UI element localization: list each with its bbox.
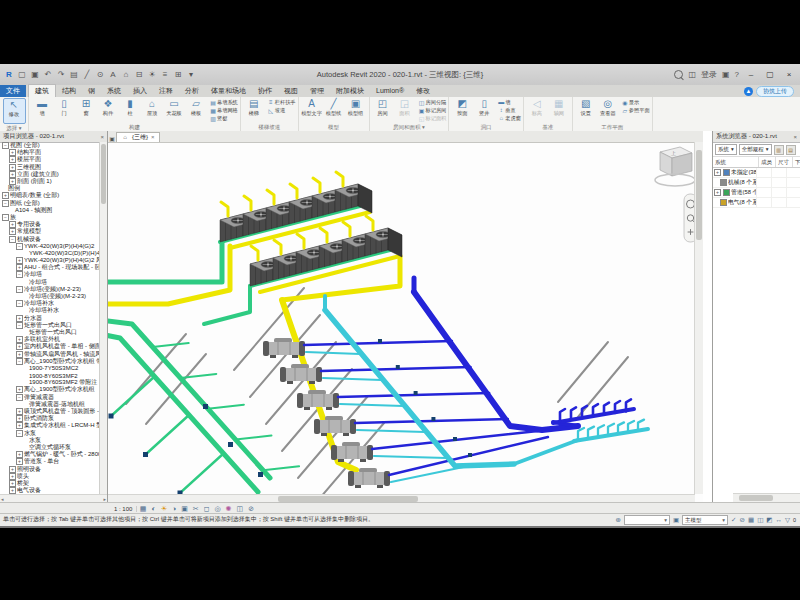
green-branch[interactable] <box>263 466 299 470</box>
tag-icon[interactable]: ⊙ <box>95 70 105 80</box>
project-browser-vscrollbar[interactable] <box>99 142 107 494</box>
crop-view-icon[interactable]: ✂ <box>190 505 201 513</box>
tree-item[interactable]: −族 <box>0 214 100 221</box>
ribbon-tab-x[interactable]: 系统 <box>101 85 127 97</box>
cart-icon[interactable]: ▣ <box>722 70 730 79</box>
ribbon-tab-x[interactable]: 建筑 <box>28 84 56 97</box>
redo-icon[interactable]: ↷ <box>56 70 66 80</box>
ribbon-button[interactable]: ▭天花板 <box>164 98 185 122</box>
tree-item[interactable]: +照明设备 <box>0 465 100 472</box>
tree-item[interactable]: −水泵 <box>0 430 100 437</box>
ribbon-button-small[interactable]: ◱标记面积 <box>418 114 447 122</box>
ribbon-tab-x[interactable]: 插入 <box>127 85 153 97</box>
ribbon-button[interactable]: ◎查看器 <box>597 98 618 122</box>
tree-expander[interactable]: + <box>9 228 16 235</box>
yellow-riser[interactable] <box>244 196 251 210</box>
cyan-branch[interactable] <box>340 404 403 406</box>
tree-item[interactable]: +管道泵 - 单台 <box>0 458 100 465</box>
temporary-view-icon[interactable]: ◫ <box>234 505 246 513</box>
yellow-riser[interactable] <box>320 228 327 242</box>
yellow-riser[interactable] <box>290 184 297 198</box>
ribbon-button[interactable]: ▦轴网 <box>548 98 569 122</box>
undo-icon[interactable]: ↶ <box>43 70 53 80</box>
column-settings-icon[interactable]: ▤ <box>786 145 796 155</box>
yellow-riser[interactable] <box>274 240 281 254</box>
tree-item[interactable]: +专用设备 <box>0 221 100 228</box>
valve[interactable] <box>453 437 457 441</box>
tree-expander[interactable]: − <box>16 358 23 365</box>
section-icon[interactable]: ⊟ <box>134 70 144 80</box>
green-branch[interactable] <box>180 374 216 378</box>
tree-item[interactable]: −冷却塔 <box>0 271 100 278</box>
tree-item[interactable]: 冷却塔补水 <box>0 307 100 314</box>
chiller-unit[interactable] <box>331 442 373 462</box>
minimize-button[interactable]: – <box>744 70 758 79</box>
cyan-manifold-stub[interactable] <box>578 428 584 439</box>
project-browser-hscrollbar[interactable]: ◂▸ <box>0 494 107 502</box>
tree-expander[interactable]: + <box>9 164 16 171</box>
ribbon-button[interactable]: ▯竖井 <box>474 98 495 122</box>
design-options-icon[interactable]: ▣ <box>673 516 679 524</box>
model-3d-view[interactable]: 上 <box>108 142 695 494</box>
green-branch[interactable] <box>145 415 189 455</box>
filter-icon[interactable]: ▽ <box>785 516 790 524</box>
tree-expander[interactable]: + <box>16 422 23 429</box>
view-scale[interactable]: 1 : 100 <box>110 506 137 512</box>
ribbon-button[interactable]: ⌂屋顶 <box>142 98 163 122</box>
restore-button[interactable]: ▢ <box>763 70 777 79</box>
system-browser-hscrollbar[interactable] <box>733 493 800 502</box>
ribbon-tab-x[interactable]: 分析 <box>179 85 205 97</box>
ribbon-tab-x[interactable]: 钢 <box>82 85 101 97</box>
temporary-hide-icon[interactable]: ◎ <box>212 505 223 513</box>
ribbon-button[interactable]: ▱楼板 <box>186 98 207 122</box>
close-icon[interactable]: × <box>100 134 104 140</box>
green-branch[interactable] <box>208 405 244 409</box>
green-main[interactable] <box>108 334 258 492</box>
user-icon[interactable]: ◫ <box>688 70 696 79</box>
pump[interactable] <box>143 452 148 457</box>
ribbon-button[interactable]: ◲面积 <box>394 98 415 122</box>
ribbon-button[interactable]: ▬墙 <box>32 98 53 122</box>
green-branch[interactable] <box>180 454 224 494</box>
close-icon[interactable]: × <box>793 134 797 140</box>
tree-expander[interactable]: + <box>2 192 9 199</box>
ribbon-button[interactable]: ╱模型线 <box>323 98 344 122</box>
pump[interactable] <box>228 442 233 447</box>
editable-only-icon[interactable]: ✓ <box>731 516 736 524</box>
discipline-dropdown[interactable]: 全部规程▾ <box>739 144 772 155</box>
ribbon-tab-x[interactable]: Lumion® <box>370 85 410 97</box>
ribbon-button[interactable]: ◩按面 <box>452 98 473 122</box>
valve[interactable] <box>396 365 400 369</box>
tree-expander[interactable]: + <box>16 451 23 458</box>
tree-expander[interactable]: − <box>16 322 23 329</box>
ribbon-tab-x[interactable]: 附加模块 <box>330 85 370 97</box>
tree-expander[interactable]: + <box>9 221 16 228</box>
detail-level-icon[interactable]: ▦ <box>137 505 149 513</box>
sun-path-icon[interactable]: ☀ <box>158 505 169 513</box>
drag-on-selection-icon[interactable]: ↔ <box>775 516 782 524</box>
valve[interactable] <box>414 391 418 395</box>
signin-label[interactable]: 登录 <box>701 69 717 80</box>
tree-expander[interactable]: + <box>9 473 16 480</box>
view-tab-active[interactable]: ⌂ {三维} × <box>116 132 160 142</box>
rendering-icon[interactable]: ▣ <box>179 505 191 513</box>
constraints-icon[interactable]: ⊘ <box>246 505 257 513</box>
green-branch[interactable] <box>111 377 155 417</box>
system-row[interactable]: 机械(8 个系统) <box>713 178 800 188</box>
ribbon-button-small[interactable]: ◫房间分隔 <box>418 98 447 106</box>
blue-branch[interactable] <box>355 419 508 423</box>
ribbon-button[interactable]: ▧设置 <box>575 98 596 122</box>
ribbon-tab-x[interactable]: 体量和场地 <box>205 85 252 97</box>
select-pinned-icon[interactable]: ◫ <box>757 516 763 524</box>
valve[interactable] <box>378 339 382 343</box>
search-icon[interactable] <box>674 70 683 79</box>
pump[interactable] <box>109 414 114 419</box>
ribbon-button-small[interactable]: ◺坡道 <box>267 106 296 114</box>
cyan-branch[interactable] <box>306 352 360 354</box>
upload-button[interactable]: 协筑上传 <box>756 86 794 97</box>
pump[interactable] <box>203 404 208 409</box>
ribbon-button-small[interactable]: ↕垂直 <box>497 106 521 114</box>
ribbon-tab-file[interactable]: 文件 <box>0 85 26 97</box>
tree-expander[interactable]: + <box>9 171 16 178</box>
tree-expander[interactable]: − <box>16 243 23 250</box>
